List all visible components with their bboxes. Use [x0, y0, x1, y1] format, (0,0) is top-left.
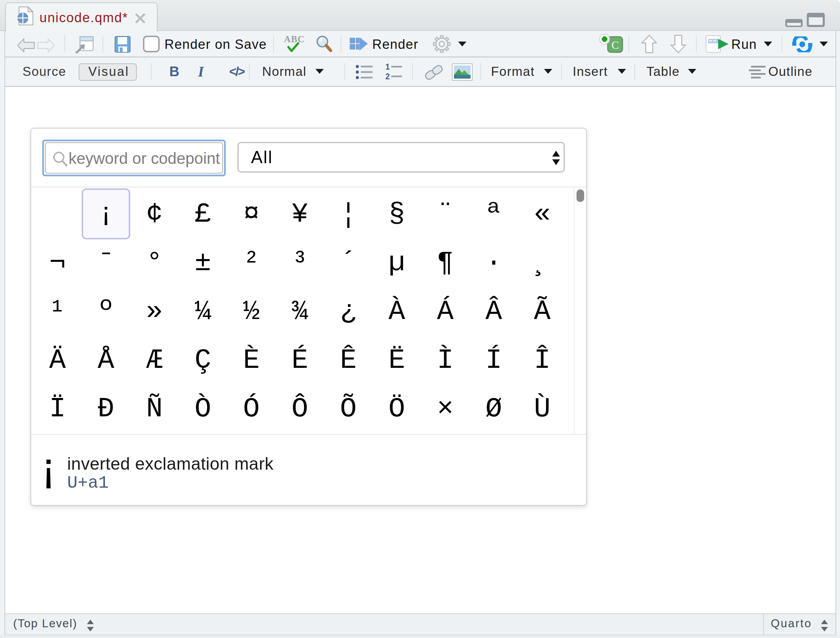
svg-text:1: 1 — [385, 64, 390, 71]
svg-text:C: C — [611, 39, 619, 51]
svg-text:ABC: ABC — [284, 34, 305, 44]
svg-text:2: 2 — [385, 72, 390, 81]
